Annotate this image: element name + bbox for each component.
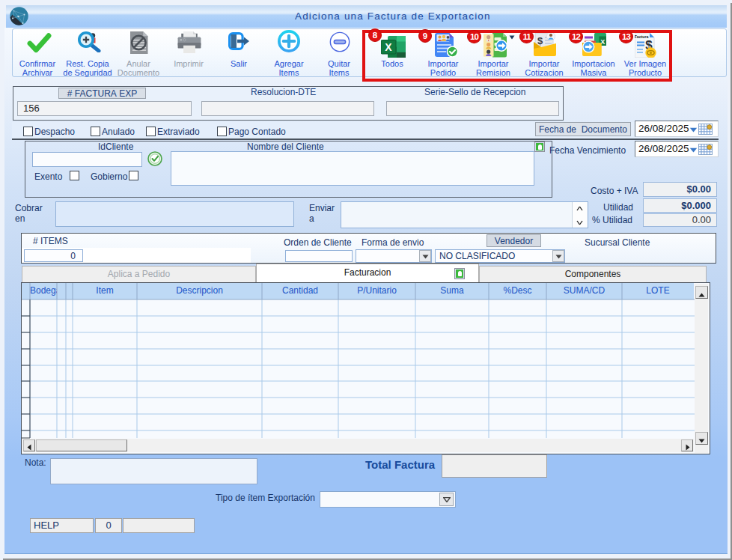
svg-text:X: X xyxy=(385,41,392,53)
svg-text:$: $ xyxy=(537,35,543,46)
